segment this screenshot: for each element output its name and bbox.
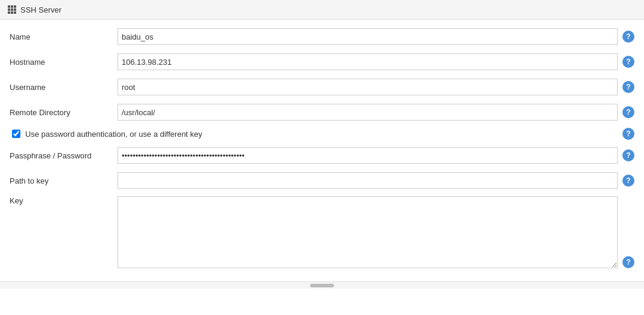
hostname-input-wrapper: ? bbox=[118, 53, 634, 70]
passphrase-row: Passphrase / Password ? bbox=[10, 146, 634, 165]
remote-directory-label: Remote Directory bbox=[10, 108, 118, 117]
hostname-input[interactable] bbox=[118, 53, 618, 70]
name-input-wrapper: ? bbox=[118, 28, 634, 45]
remote-directory-input[interactable] bbox=[118, 104, 618, 121]
username-label: Username bbox=[10, 83, 118, 92]
path-to-key-help-icon[interactable]: ? bbox=[622, 175, 634, 187]
name-label: Name bbox=[10, 32, 118, 41]
key-label: Key bbox=[10, 196, 118, 205]
key-textarea[interactable] bbox=[118, 196, 618, 268]
name-help-icon[interactable]: ? bbox=[622, 31, 634, 43]
password-auth-label: Use password authentication, or use a di… bbox=[25, 130, 618, 139]
remote-directory-row: Remote Directory ? bbox=[10, 103, 634, 122]
key-input-wrapper: ? bbox=[118, 196, 634, 268]
path-to-key-input[interactable] bbox=[118, 172, 618, 189]
header-bar: SSH Server bbox=[0, 0, 644, 20]
header-title: SSH Server bbox=[20, 5, 62, 14]
password-auth-checkbox[interactable] bbox=[12, 130, 20, 138]
name-row: Name ? bbox=[10, 27, 634, 46]
password-auth-help-icon[interactable]: ? bbox=[622, 128, 634, 140]
key-help-icon[interactable]: ? bbox=[622, 256, 634, 268]
page-container: SSH Server Name ? Hostname ? Username ? bbox=[0, 0, 644, 315]
key-row: Key ? bbox=[10, 196, 634, 268]
username-input[interactable] bbox=[118, 79, 618, 95]
name-input[interactable] bbox=[118, 28, 618, 45]
path-to-key-input-wrapper: ? bbox=[118, 172, 634, 189]
passphrase-label: Passphrase / Password bbox=[10, 151, 118, 160]
bottom-bar bbox=[0, 281, 644, 289]
form-container: Name ? Hostname ? Username ? Remote Dire… bbox=[0, 20, 644, 281]
password-auth-row: Use password authentication, or use a di… bbox=[10, 128, 634, 140]
passphrase-help-icon[interactable]: ? bbox=[622, 149, 634, 161]
hostname-help-icon[interactable]: ? bbox=[622, 56, 634, 68]
passphrase-input[interactable] bbox=[118, 147, 618, 164]
remote-directory-input-wrapper: ? bbox=[118, 104, 634, 121]
path-to-key-label: Path to key bbox=[10, 176, 118, 185]
path-to-key-row: Path to key ? bbox=[10, 171, 634, 190]
username-help-icon[interactable]: ? bbox=[622, 81, 634, 93]
hostname-row: Hostname ? bbox=[10, 52, 634, 71]
username-row: Username ? bbox=[10, 77, 634, 97]
grid-icon bbox=[7, 5, 17, 14]
hostname-label: Hostname bbox=[10, 58, 118, 67]
username-input-wrapper: ? bbox=[118, 79, 634, 95]
passphrase-input-wrapper: ? bbox=[118, 147, 634, 164]
scrollbar-thumb[interactable] bbox=[310, 284, 334, 287]
remote-directory-help-icon[interactable]: ? bbox=[622, 106, 634, 118]
